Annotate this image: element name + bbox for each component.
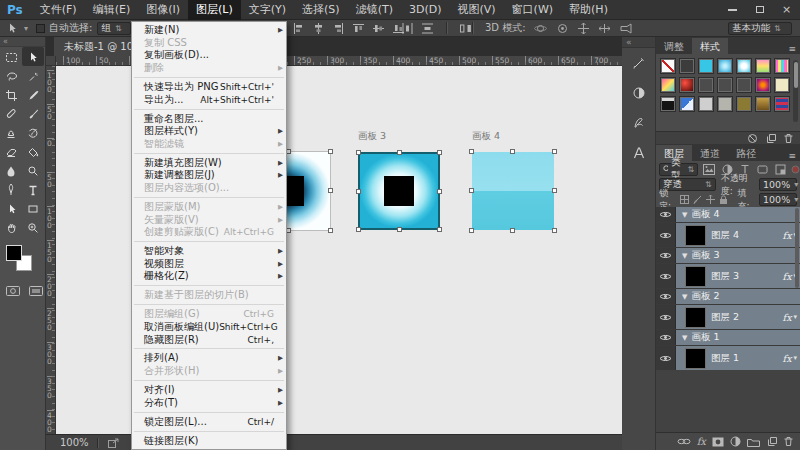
menu-layer[interactable]: 图层(L) (188, 0, 241, 20)
style-swatch[interactable] (736, 96, 752, 112)
layer-row-artboard4[interactable]: ▼画板 4 (656, 207, 800, 222)
tools-collapse-button[interactable]: « (0, 37, 45, 47)
style-swatch[interactable] (717, 96, 733, 112)
delete-layer-icon[interactable] (783, 436, 794, 447)
new-group-icon[interactable] (747, 437, 760, 447)
maximize-button[interactable] (746, 0, 773, 20)
lock-position-icon[interactable] (706, 195, 715, 204)
menu-item-arrange[interactable]: 排列(A)▶ (132, 352, 286, 365)
visibility-toggle[interactable] (656, 207, 676, 222)
fx-badge[interactable]: fx (783, 312, 794, 323)
auto-select-checkbox[interactable] (36, 24, 45, 33)
adjustments-panel-icon[interactable] (622, 78, 656, 108)
screen-mode-button[interactable] (29, 285, 43, 297)
menu-select[interactable]: 选择(S) (294, 0, 348, 20)
fx-badge[interactable]: fx (783, 230, 794, 241)
glyphs-panel-icon[interactable] (622, 108, 656, 138)
artboard3-label[interactable]: 画板 3 (358, 130, 386, 143)
lock-pixels-icon[interactable] (693, 195, 702, 204)
layer-thumbnail[interactable] (686, 349, 705, 368)
quick-mask-button[interactable] (6, 285, 20, 297)
visibility-toggle[interactable] (656, 223, 676, 247)
menu-item-new-adjustment-layer[interactable]: 新建调整图层(J)▶ (132, 169, 286, 182)
clone-source-panel-icon[interactable] (622, 48, 656, 78)
layer-thumbnail[interactable] (686, 308, 705, 327)
distribute-v-icon[interactable] (422, 23, 433, 34)
zoom-tool[interactable] (22, 218, 44, 237)
menu-item-quick-export-png[interactable]: 快速导出为 PNGShift+Ctrl+' (132, 81, 286, 94)
eraser-tool[interactable] (0, 142, 22, 161)
zoom-level[interactable]: 100% (60, 437, 89, 448)
artboard-4[interactable] (472, 152, 554, 230)
layer-row-artboard3[interactable]: ▼画板 3 (656, 248, 800, 263)
menu-item-link-layers[interactable]: 链接图层(K) (132, 434, 286, 447)
menu-item-rasterize[interactable]: 栅格化(Z)▶ (132, 270, 286, 283)
visibility-toggle[interactable] (656, 248, 676, 263)
style-swatch[interactable] (755, 58, 771, 74)
filter-toggle-icon[interactable] (791, 165, 800, 174)
menu-window[interactable]: 窗口(W) (504, 0, 561, 20)
3d-roll-icon[interactable] (557, 23, 568, 34)
visibility-toggle[interactable] (656, 346, 676, 370)
minimize-button[interactable] (719, 0, 746, 20)
menu-item-rename-layer[interactable]: 重命名图层... (132, 112, 286, 125)
move-tool[interactable] (22, 47, 44, 66)
menu-item-copy-css[interactable]: 复制 CSS (132, 37, 286, 50)
style-swatch[interactable] (679, 58, 695, 74)
style-swatch[interactable] (736, 77, 752, 93)
visibility-toggle[interactable] (656, 289, 676, 304)
artboard-3[interactable] (358, 152, 440, 230)
tab-channels[interactable]: 通道 (692, 145, 728, 161)
clear-style-icon[interactable] (747, 133, 758, 144)
pen-tool[interactable] (0, 180, 22, 199)
new-adjustment-icon[interactable] (730, 436, 741, 447)
lasso-tool[interactable] (0, 66, 22, 85)
menu-item-delete[interactable]: 删除▶ (132, 62, 286, 75)
tab-adjustments[interactable]: 调整 (656, 38, 692, 54)
move-tool-preset-icon[interactable] (6, 22, 18, 34)
menu-item-group-layers[interactable]: 图层编组(G)Ctrl+G (132, 308, 286, 321)
filter-type-layers-icon[interactable] (740, 164, 750, 175)
hand-tool[interactable] (0, 218, 22, 237)
magic-wand-tool[interactable] (22, 66, 44, 85)
3d-pan-icon[interactable] (578, 23, 589, 34)
style-swatch[interactable] (698, 96, 714, 112)
tab-paths[interactable]: 路径 (728, 145, 764, 161)
layers-scrollbar[interactable] (795, 208, 799, 288)
style-swatch[interactable] (679, 77, 695, 93)
clone-stamp-tool[interactable] (0, 123, 22, 142)
blur-tool[interactable] (0, 161, 22, 180)
style-swatch[interactable] (755, 77, 771, 93)
workspace-switcher[interactable]: 基本功能 ⇅ (728, 22, 792, 35)
filter-pixel-layers-icon[interactable] (703, 164, 715, 175)
menu-item-smart-filter[interactable]: 智能滤镜▶ (132, 138, 286, 151)
vertical-ruler[interactable]: 100 50 0 50 100 150 200 250 300 350 400 (46, 66, 56, 434)
menu-item-layer-content-options[interactable]: 图层内容选项(O)... (132, 182, 286, 195)
style-swatch[interactable] (679, 96, 695, 112)
layers-panel-menu-icon[interactable]: ≡ (788, 151, 800, 161)
dodge-tool[interactable] (22, 161, 44, 180)
type-tool[interactable] (22, 180, 44, 199)
menu-item-video-layers[interactable]: 视频图层▶ (132, 257, 286, 270)
align-center-h-icon[interactable] (313, 23, 324, 34)
menu-file[interactable]: 文件(F) (32, 0, 85, 20)
style-swatch[interactable] (755, 96, 771, 112)
style-swatch[interactable] (660, 58, 676, 74)
fx-badge[interactable]: fx (783, 271, 794, 282)
style-swatch[interactable] (774, 58, 790, 74)
tab-styles[interactable]: 样式 (692, 38, 728, 54)
styles-scrollbar[interactable] (793, 60, 798, 122)
layer-row-layer4[interactable]: 图层 4fx▾ (656, 223, 800, 247)
foreground-color-swatch[interactable] (6, 245, 22, 261)
disclosure-triangle[interactable]: ▼ (682, 211, 687, 219)
style-swatch[interactable] (736, 58, 752, 74)
add-mask-icon[interactable] (712, 437, 724, 447)
menu-help[interactable]: 帮助(H) (561, 0, 616, 20)
disclosure-triangle[interactable]: ▼ (682, 334, 687, 342)
menu-item-ungroup-artboards[interactable]: 取消画板编组(U)Shift+Ctrl+G (132, 321, 286, 334)
menu-item-align[interactable]: 对齐(I)▶ (132, 384, 286, 397)
link-layers-icon[interactable] (677, 437, 691, 446)
menu-item-duplicate-artboard[interactable]: 复制画板(D)... (132, 49, 286, 62)
menu-filter[interactable]: 滤镜(T) (348, 0, 401, 20)
filter-shape-layers-icon[interactable] (757, 164, 768, 175)
